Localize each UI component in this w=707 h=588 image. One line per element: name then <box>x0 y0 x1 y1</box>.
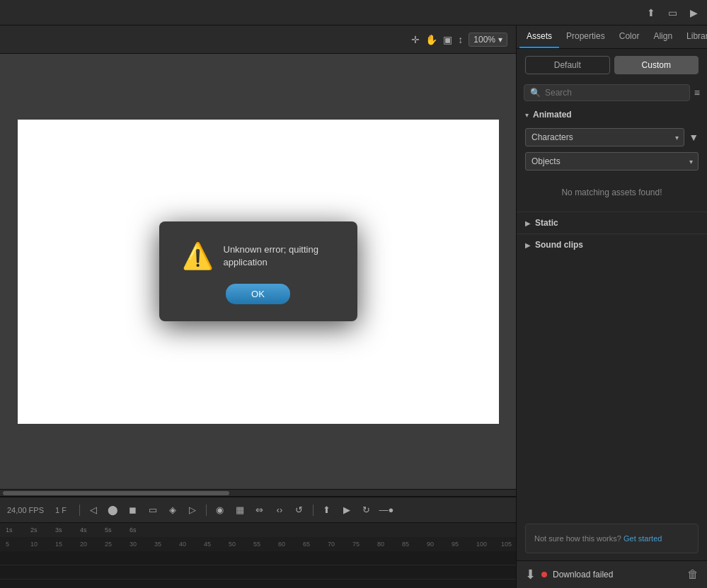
divider3 <box>313 505 314 516</box>
frame-indicator: 1 F <box>55 506 67 514</box>
track-row-3 <box>0 580 516 588</box>
search-input[interactable] <box>545 88 684 98</box>
sound-clips-section-header[interactable]: ▶ Sound clips <box>517 234 707 255</box>
sound-clips-section: ▶ Sound clips <box>517 234 707 255</box>
play-icon[interactable]: ▶ <box>686 5 701 21</box>
download-icon: ⬇ <box>525 567 536 582</box>
move-icon[interactable]: ✛ <box>411 34 420 45</box>
top-bar: ⬆ ▭ ▶ <box>0 0 707 25</box>
tab-library[interactable]: Library <box>679 25 707 48</box>
right-panel: Assets Properties Color Align Library De… <box>516 25 707 588</box>
fps-label: 24,00 FPS <box>7 506 44 514</box>
characters-select[interactable]: Characters <box>525 128 684 146</box>
scrollbar-thumb[interactable] <box>3 491 229 495</box>
static-title: Static <box>535 218 558 228</box>
error-dialog: ⚠️ Unknown error; quitting application O… <box>159 221 357 321</box>
sound-clips-chevron: ▶ <box>525 241 531 249</box>
animated-section-header[interactable]: ▾ Animated <box>517 104 707 125</box>
download-error-dot <box>541 572 547 577</box>
characters-dropdown-wrapper: Characters ▾ <box>525 128 684 146</box>
graph-icon[interactable]: ▦ <box>232 502 248 518</box>
info-box: Not sure how this works? Get started <box>525 524 699 553</box>
main-area: ✛ ✋ ▣ ↕ 100% ▾ ⚠️ Unknown error; quittin… <box>0 25 707 588</box>
code-icon[interactable]: ‹› <box>272 502 287 518</box>
divider2 <box>206 505 207 516</box>
settings-tl-icon[interactable]: —● <box>379 502 394 518</box>
track-row-2 <box>0 565 516 580</box>
canvas-scrollbar[interactable] <box>0 489 516 496</box>
crop-icon[interactable]: ▣ <box>443 34 452 45</box>
dialog-body: ⚠️ Unknown error; quitting application <box>182 241 335 271</box>
add-keyframe-icon[interactable]: ◈ <box>165 502 180 518</box>
zoom-value: 100% <box>473 35 495 45</box>
dialog-overlay: ⚠️ Unknown error; quitting application O… <box>18 120 499 424</box>
panel-tabs: Assets Properties Color Align Library <box>517 25 707 49</box>
zoom-dropdown-icon: ▾ <box>498 35 502 45</box>
custom-button[interactable]: Custom <box>614 56 699 74</box>
objects-dropdown-row: Objects ▾ <box>517 149 707 173</box>
timeline-tracks <box>0 551 516 588</box>
timeline-ruler: 1s 2s 3s 4s 5s 6s <box>0 523 516 537</box>
tab-align[interactable]: Align <box>646 25 679 48</box>
step-icon[interactable]: ▭ <box>145 502 161 518</box>
trash-icon[interactable]: 🗑 <box>687 568 699 581</box>
ruler-mark-3s: 3s <box>55 526 80 534</box>
record-icon[interactable]: ⬤ <box>105 502 121 518</box>
stop-icon[interactable]: ◼ <box>125 502 141 518</box>
search-box: 🔍 <box>524 84 690 101</box>
loop-icon[interactable]: ↻ <box>359 502 374 518</box>
static-section-header[interactable]: ▶ Static <box>517 212 707 234</box>
sound-icon[interactable]: ◉ <box>212 502 228 518</box>
search-icon: 🔍 <box>530 88 541 98</box>
filter-icon[interactable]: ▼ <box>689 132 699 143</box>
tab-properties[interactable]: Properties <box>559 25 612 48</box>
window-icon[interactable]: ▭ <box>665 5 680 21</box>
animated-title: Animated <box>533 110 572 120</box>
dialog-message: Unknown error; quitting application <box>224 243 335 269</box>
static-section: ▶ Static <box>517 212 707 234</box>
ruler-mark-5s: 5s <box>105 526 130 534</box>
zoom-control[interactable]: 100% ▾ <box>469 33 507 47</box>
objects-select[interactable]: Objects <box>525 152 699 171</box>
info-text: Not sure how this works? <box>534 534 621 543</box>
search-row: 🔍 ≡ <box>517 81 707 104</box>
link-icon[interactable]: ⇔ <box>252 502 268 518</box>
download-bar: ⬇ Download failed 🗑 <box>517 560 707 588</box>
ok-button[interactable]: OK <box>226 284 290 304</box>
divider1 <box>79 505 80 516</box>
prev-frame-icon[interactable]: ◁ <box>86 502 101 518</box>
static-chevron: ▶ <box>525 219 531 227</box>
export-icon[interactable]: ⬆ <box>319 502 335 518</box>
no-match-text: No matching assets found! <box>517 173 707 212</box>
characters-dropdown-row: Characters ▾ ▼ <box>517 125 707 149</box>
warning-icon: ⚠️ <box>182 241 214 271</box>
animated-chevron: ▾ <box>525 111 529 119</box>
timeline: 24,00 FPS 1 F ◁ ⬤ ◼ ▭ ◈ ▷ ◉ ▦ ⇔ ‹› ↺ <box>0 496 516 588</box>
toolbar: ✛ ✋ ▣ ↕ 100% ▾ <box>0 25 516 54</box>
track-row-1 <box>0 551 516 565</box>
play-tl-icon[interactable]: ▶ <box>339 502 355 518</box>
download-status-text: Download failed <box>553 570 682 580</box>
toggle-row: Default Custom <box>517 49 707 81</box>
canvas-area: ✛ ✋ ▣ ↕ 100% ▾ ⚠️ Unknown error; quittin… <box>0 25 516 588</box>
frame-ruler: 5 10 15 20 25 30 35 40 45 50 55 60 65 70… <box>0 537 516 551</box>
ruler-mark-6s: 6s <box>130 526 154 534</box>
next-frame-icon[interactable]: ▷ <box>185 502 200 518</box>
resize-icon[interactable]: ↕ <box>458 34 463 45</box>
default-button[interactable]: Default <box>525 56 610 74</box>
share-icon[interactable]: ⬆ <box>643 5 659 21</box>
assets-panel: Default Custom 🔍 ≡ ▾ Animated <box>517 49 707 588</box>
objects-dropdown-wrapper: Objects ▾ <box>525 152 699 171</box>
tab-assets[interactable]: Assets <box>519 25 559 48</box>
list-view-icon[interactable]: ≡ <box>694 87 700 98</box>
canvas-white: ⚠️ Unknown error; quitting application O… <box>18 120 499 424</box>
ruler-mark-4s: 4s <box>80 526 105 534</box>
hand-icon[interactable]: ✋ <box>425 34 437 45</box>
redo-icon[interactable]: ↺ <box>292 502 307 518</box>
get-started-link[interactable]: Get started <box>623 534 662 543</box>
tab-color[interactable]: Color <box>612 25 647 48</box>
ruler-mark-1s: 1s <box>6 526 30 534</box>
timeline-toolbar: 24,00 FPS 1 F ◁ ⬤ ◼ ▭ ◈ ▷ ◉ ▦ ⇔ ‹› ↺ <box>0 497 516 523</box>
sound-clips-title: Sound clips <box>535 240 583 250</box>
ruler-mark-2s: 2s <box>30 526 55 534</box>
